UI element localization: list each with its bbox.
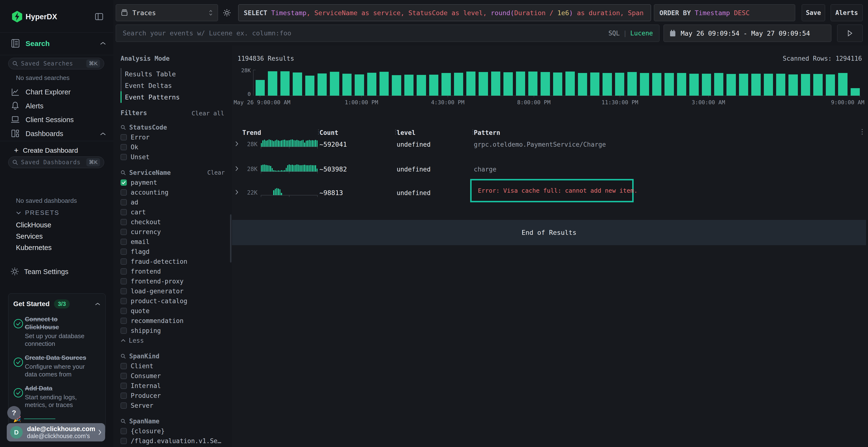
checkbox[interactable] xyxy=(121,373,127,379)
checkbox[interactable] xyxy=(121,229,127,235)
checkbox[interactable] xyxy=(121,259,127,265)
filter-option[interactable]: email xyxy=(121,237,225,247)
filter-option[interactable]: flagd xyxy=(121,247,225,256)
checkbox[interactable] xyxy=(121,392,127,399)
checkbox[interactable] xyxy=(121,328,127,334)
chevron-up-icon[interactable] xyxy=(95,302,100,306)
expand-row-chevron-icon[interactable] xyxy=(235,189,239,195)
checkbox[interactable] xyxy=(121,318,127,324)
source-select[interactable]: Traces xyxy=(116,4,218,21)
checkbox[interactable] xyxy=(121,288,127,294)
analysis-mode-event-patterns[interactable]: Event Patterns xyxy=(113,91,232,103)
filter-option[interactable]: checkout xyxy=(121,217,225,227)
chevron-up-icon[interactable] xyxy=(100,132,106,136)
filter-option[interactable]: ad xyxy=(121,197,225,207)
clear-all-button[interactable]: Clear all xyxy=(192,110,224,117)
search-icon[interactable] xyxy=(121,353,126,359)
event-search-input[interactable] xyxy=(116,25,593,41)
column-header-count[interactable]: Count xyxy=(319,129,338,136)
sidebar-item-team-settings[interactable]: Team Settings xyxy=(24,268,68,276)
filter-option[interactable]: Client xyxy=(121,361,225,371)
toggle-sql[interactable]: SQL xyxy=(608,30,620,37)
filter-option[interactable]: Producer xyxy=(121,391,225,401)
get-started-item[interactable]: Connect to ClickHouseSet up your databas… xyxy=(13,315,100,347)
filter-option[interactable]: recommendation xyxy=(121,316,225,325)
checkbox[interactable] xyxy=(121,209,127,215)
filter-option[interactable]: Error xyxy=(121,132,225,142)
checkbox[interactable] xyxy=(121,268,127,275)
checkbox-checked[interactable] xyxy=(121,179,127,186)
analysis-mode-results-table[interactable]: Results Table xyxy=(113,68,232,80)
source-settings-gear-icon[interactable] xyxy=(222,8,231,18)
checkbox[interactable] xyxy=(121,239,127,245)
sidebar-preset-services[interactable]: Services xyxy=(16,232,43,240)
date-range-picker[interactable]: May 26 09:09:54 - May 27 09:09:54 xyxy=(663,25,831,42)
filter-option[interactable]: fraud-detection xyxy=(121,256,225,266)
get-started-item[interactable]: Add DataStart sending logs, metrics, or … xyxy=(13,384,100,409)
pattern-text-cell[interactable]: charge xyxy=(474,166,496,173)
checkbox[interactable] xyxy=(121,383,127,389)
checkbox[interactable] xyxy=(121,219,127,225)
alerts-button[interactable]: Alerts xyxy=(831,4,863,21)
results-histogram[interactable] xyxy=(255,69,860,96)
search-icon[interactable] xyxy=(121,419,126,424)
checkbox[interactable] xyxy=(121,403,127,409)
user-menu[interactable]: D dale@clickhouse.com dale@clickhouse.co… xyxy=(7,423,105,442)
checkbox[interactable] xyxy=(121,428,127,434)
checkbox[interactable] xyxy=(121,278,127,284)
checkbox[interactable] xyxy=(121,199,127,205)
filter-option[interactable]: Unset xyxy=(121,152,225,162)
run-query-button[interactable] xyxy=(837,25,863,42)
column-header-pattern[interactable]: Pattern xyxy=(474,129,500,136)
toggle-lucene[interactable]: Lucene xyxy=(630,30,653,37)
checkbox[interactable] xyxy=(121,134,127,140)
analysis-mode-event-deltas[interactable]: Event Deltas xyxy=(113,80,232,91)
filter-option[interactable]: frontend xyxy=(121,266,225,276)
filter-option[interactable]: accounting xyxy=(121,187,225,197)
pattern-text-cell[interactable]: grpc.oteldemo.PaymentService/Charge xyxy=(474,141,606,148)
checkbox[interactable] xyxy=(121,363,127,369)
presets-toggle[interactable]: PRESETS xyxy=(16,209,59,216)
sidebar-preset-kubernetes[interactable]: Kubernetes xyxy=(16,244,52,252)
checkbox[interactable] xyxy=(121,144,127,150)
filter-option[interactable]: payment xyxy=(121,177,225,187)
sidebar-item-client-sessions[interactable]: Client Sessions xyxy=(26,116,74,124)
sidebar-item-chart-explorer[interactable]: Chart Explorer xyxy=(26,88,71,96)
filter-option[interactable]: currency xyxy=(121,227,225,237)
filter-option[interactable]: product-catalog xyxy=(121,296,225,306)
checkbox[interactable] xyxy=(121,189,127,196)
column-header-level[interactable]: level xyxy=(397,129,415,136)
checkbox[interactable] xyxy=(121,438,127,444)
filter-option[interactable]: Internal xyxy=(121,381,225,391)
search-icon[interactable] xyxy=(121,170,126,175)
filter-option[interactable]: Server xyxy=(121,401,225,410)
sql-select-editor[interactable]: SELECT Timestamp, ServiceName as service… xyxy=(238,4,651,21)
checkbox[interactable] xyxy=(121,298,127,304)
save-button[interactable]: Save xyxy=(802,4,825,21)
search-icon[interactable] xyxy=(121,125,126,130)
clear-group-button[interactable]: Clear xyxy=(207,169,225,176)
sidebar-item-alerts[interactable]: Alerts xyxy=(26,102,43,110)
saved-searches-input[interactable]: Saved Searches ⌘K xyxy=(8,58,104,69)
sidebar-item-dashboards[interactable]: Dashboards xyxy=(26,130,63,138)
help-button[interactable]: ? xyxy=(7,406,21,419)
highlighted-pattern-box[interactable]: Error: Visa cache full: cannot add new i… xyxy=(470,179,633,202)
saved-dashboards-input[interactable]: Saved Dashboards ⌘K xyxy=(8,157,104,168)
filter-option[interactable]: /flagd.evaluation.v1.Se… xyxy=(121,436,225,446)
sidebar-item-search[interactable]: Search xyxy=(26,39,50,48)
create-dashboard-button[interactable]: + Create Dashboard xyxy=(14,146,78,155)
filter-option[interactable]: Consumer xyxy=(121,371,225,381)
collapse-sidebar-icon[interactable] xyxy=(94,12,104,21)
filter-option[interactable]: load-generator xyxy=(121,286,225,296)
sidebar-preset-clickhouse[interactable]: ClickHouse xyxy=(16,221,51,229)
checkbox[interactable] xyxy=(121,248,127,255)
filter-option[interactable]: frontend-proxy xyxy=(121,276,225,286)
filter-option[interactable]: shipping xyxy=(121,325,225,336)
filter-option[interactable]: quote xyxy=(121,306,225,316)
chevron-up-icon[interactable] xyxy=(100,41,106,45)
get-started-item[interactable]: Create Data SourcesConfigure where your … xyxy=(13,354,100,378)
filter-option[interactable]: cart xyxy=(121,207,225,217)
scrollbar-thumb[interactable] xyxy=(230,214,231,263)
order-by-editor[interactable]: ORDER BY Timestamp DESC xyxy=(654,4,795,21)
table-options-kebab-icon[interactable]: ⋮ xyxy=(859,128,866,136)
